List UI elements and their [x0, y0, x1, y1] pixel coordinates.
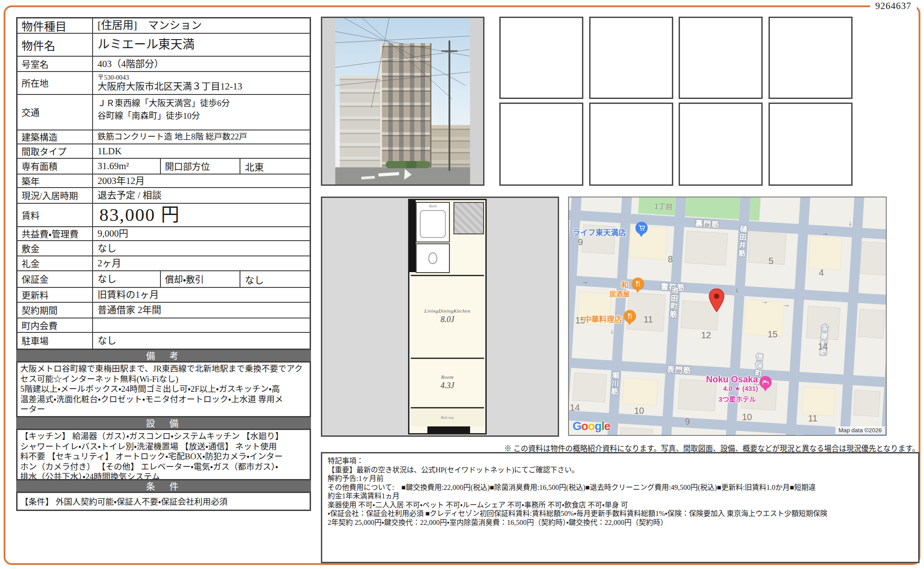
row-value-postal: 〒530-0043 [98, 74, 310, 81]
photo-placeholder [769, 17, 853, 99]
balcony-label: Balcony [441, 415, 454, 420]
row-label: 専有面積 [18, 159, 93, 174]
row-label: 賃料 [18, 204, 93, 226]
map-building [748, 230, 786, 265]
row-value-2: 北東 [240, 159, 310, 174]
remarks-text: 大阪メトロ谷町線で東梅田駅まで、JR東西線で北新地駅まで乗換不要でアクセス可能☆… [16, 361, 311, 417]
map-street-label: 堀川筋 [608, 371, 620, 396]
row-value: 普通借家 2年間 [93, 303, 310, 318]
equipment-line: ホン（カメラ付き） 【その他】 エレベーター・電気・ガス（都市ガス）・ [20, 462, 307, 472]
row-label: 築年 [18, 175, 93, 187]
row-value: 2ヶ月 [93, 256, 310, 270]
row-value-text: 旧賃料の1ヶ月 [98, 289, 310, 300]
photo-placeholder [679, 103, 763, 186]
row-value: ルミエール東天満 [93, 34, 310, 56]
utility-pole [449, 40, 450, 171]
property-table: 物件種目[住居用] マンション物件名ルミエール東天満号室名403（4階部分）所在… [16, 17, 311, 350]
row-label: 共益費・管理費 [18, 227, 93, 240]
remarks-line: ーター [20, 404, 307, 415]
map-block-number: 10 [634, 406, 644, 416]
map-poi-label: 中華料理店 [584, 313, 622, 324]
floorplan-bath: Bath [416, 202, 450, 242]
row-value: なし [93, 271, 161, 287]
row-value-text: なし [98, 335, 310, 346]
row-value: 〒530-0043大阪府大阪市北区天満３丁目12-13 [93, 72, 310, 94]
property-row: 物件名ルミエール東天満 [18, 34, 310, 57]
special-notes-line: 約金1年未満賃料1ヵ月 [328, 492, 913, 501]
row-label: 物件種目 [18, 18, 93, 33]
row-value: [住居用] マンション [93, 18, 310, 33]
google-logo-letter: o [588, 419, 595, 433]
google-logo: Google [573, 419, 610, 433]
map-poi-rating: 4.0 ★ (431) [723, 385, 758, 393]
conditions-line: 【条件】 外国人契約可能・保証人不要・保証会社利用必須 [20, 494, 307, 510]
property-row: 専有面積31.69m²開口部方位北東 [18, 159, 310, 175]
conditions-header: 条 件 [16, 480, 311, 492]
google-logo-letter: e [604, 419, 610, 433]
property-row: 所在地〒530-0043大阪府大阪市北区天満３丁目12-13 [18, 72, 310, 95]
row-label: 駐車場 [18, 333, 93, 349]
ldk-label: LivingDiningKitchen [424, 308, 470, 314]
map-street-label: 樋田井筋 [735, 225, 748, 258]
map-building [684, 231, 728, 265]
cart-icon [635, 222, 648, 234]
row-value-line: 谷町線「南森町」徒歩10分 [98, 110, 310, 122]
map-building [801, 386, 835, 416]
row-label-2: 開口部方位 [161, 159, 240, 174]
property-row: 町内会費 [18, 318, 310, 333]
special-notes-line: 【重要】最新の空き状況は、公式HP(セイワドットネット)にてご確認下さい。 [328, 466, 913, 475]
special-notes-line: 解約予告:1ヶ月前 [328, 474, 913, 483]
map-building [853, 390, 880, 417]
floorplan-elevator [453, 202, 484, 234]
map-arrow-icon: → [783, 300, 790, 308]
row-value-2: なし [240, 271, 310, 287]
map-poi-pointer [627, 322, 632, 325]
google-logo-letter: g [595, 419, 601, 433]
map-building [743, 300, 785, 336]
map-poi-sublabel: 居酒屋 [609, 289, 630, 298]
floorplan: Bath LivingDiningKitchen 8.0J Room 4.3J … [408, 199, 487, 435]
building-photo [321, 17, 484, 186]
map-poi-sublabel: 3つ星ホテル [719, 394, 756, 403]
utility-pole-crossarm [441, 50, 458, 52]
property-panel: 物件種目[住居用] マンション物件名ルミエール東天満号室名403（4階部分）所在… [16, 17, 311, 511]
building-photo-image [335, 18, 470, 184]
property-row: 契約期間普通借家 2年間 [18, 303, 310, 318]
remarks-line: 大阪メトロ谷町線で東梅田駅まで、JR東西線で北新地駅まで乗換不要でアク [20, 364, 307, 374]
row-value-text: 大阪府大阪市北区天満３丁目12-13 [98, 81, 310, 92]
property-row: 賃料83,000 円 [18, 204, 310, 227]
property-row: 建築構造鉄筋コンクリート造 地上8階 総戸数22戸 [18, 130, 310, 144]
row-value: なし [93, 241, 310, 255]
property-row: 築年2003年12月 [18, 175, 310, 188]
row-label: 更新料 [18, 288, 93, 302]
row-value-text: 2ヶ月 [98, 258, 310, 269]
row-value-text: なし [98, 243, 310, 254]
row-label: 礼金 [18, 256, 93, 270]
map-poi-label: ライフ東天満店 [573, 226, 626, 237]
map-poi-pointer [635, 289, 640, 293]
row-value-text: ルミエール東天満 [98, 38, 310, 52]
row-label: 交通 [18, 95, 93, 130]
property-row: 駐車場なし [18, 333, 310, 349]
map-copyright: Map data ©2026 [835, 426, 885, 434]
row-value-line: ＪＲ東西線「大阪天満宮」徒歩6分 [98, 97, 310, 110]
floorplan-room: Room 4.3J [411, 358, 484, 406]
map-block-number: 9 [685, 417, 690, 427]
map-street-label: 裏門筋 [695, 217, 720, 229]
location-map: 1丁目裏門筋霊符筋表門筋樋田井筋池田町筋信保町筋金屋町筋堀川筋 98541511… [568, 197, 887, 436]
road-marking-arrow [404, 169, 412, 180]
row-label: 契約期間 [18, 303, 93, 318]
map-building [619, 427, 653, 436]
row-value: 退去予定 / 相談 [93, 188, 310, 203]
map-arrow-icon: ↓ [848, 219, 852, 227]
shrubs [386, 161, 431, 168]
neighbor-building-right [431, 125, 470, 167]
map-block-number: 14 [570, 403, 580, 413]
remarks-line: 温差湯式・洗面化粧台・クロゼット・モニタ付オートロック・上水道 専用メ [20, 394, 307, 405]
map-building [860, 242, 887, 276]
map-block-number: 14 [818, 341, 828, 352]
row-value: ＪＲ東西線「大阪天満宮」徒歩6分谷町線「南森町」徒歩10分 [93, 95, 310, 130]
row-value: 鉄筋コンクリート造 地上8階 総戸数22戸 [93, 130, 310, 143]
row-label: 間取タイプ [18, 144, 93, 158]
row-value-text: 403（4階部分） [98, 58, 310, 69]
